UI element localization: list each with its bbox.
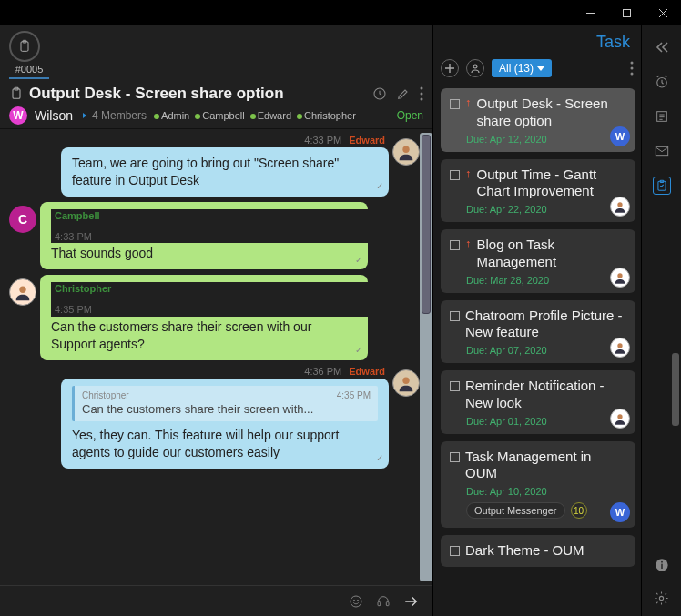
window-titlebar [0, 0, 681, 25]
edit-icon[interactable] [396, 86, 411, 101]
conversation-tab[interactable]: #0005 [9, 31, 49, 79]
delivered-icon: ✓ [355, 254, 362, 267]
history-icon[interactable] [372, 86, 387, 101]
task-title: Output Desk - Screen share option [477, 96, 627, 130]
svg-point-11 [402, 377, 409, 383]
task-checkbox[interactable] [450, 99, 460, 109]
settings-icon[interactable] [653, 589, 671, 607]
message-row: 4:33 PM EdwardTeam, we are going to brin… [5, 135, 423, 197]
add-task-button[interactable] [441, 59, 459, 77]
svg-point-9 [402, 146, 409, 153]
task-card[interactable]: ↑Output Time - Gantt Chart ImprovementDu… [441, 159, 635, 223]
member-chip: Edward [250, 110, 291, 121]
send-icon[interactable] [403, 595, 420, 608]
task-card[interactable]: Dark Theme - OUM [441, 535, 635, 567]
quote-block: Christopher4:35 PMCan the customers shar… [72, 386, 378, 421]
conversation-tab-id: #0005 [9, 64, 49, 79]
task-checkbox[interactable] [450, 452, 460, 462]
svg-point-12 [351, 596, 361, 607]
chat-scrollbar[interactable] [420, 133, 432, 581]
chat-messages[interactable]: 4:33 PM EdwardTeam, we are going to brin… [0, 129, 432, 585]
task-assignee-avatar[interactable] [610, 338, 630, 358]
message-avatar[interactable] [392, 138, 420, 166]
task-card[interactable]: Task Management in OUMDue: Apr 10, 2020O… [441, 441, 635, 529]
message-text: That sounds good [51, 245, 357, 262]
member-chip: Admin [154, 110, 189, 121]
message-avatar[interactable] [392, 369, 420, 397]
message-meta: Christopher 4:35 PM [51, 282, 432, 317]
status-badge[interactable]: Open [397, 109, 423, 122]
task-checkbox[interactable] [450, 240, 460, 250]
message-meta: 4:36 PM Edward [61, 366, 389, 377]
task-assignee-avatar[interactable]: W [610, 502, 630, 522]
task-rail-icon[interactable] [653, 177, 671, 195]
task-card[interactable]: Reminder Notification - New lookDue: Apr… [441, 370, 635, 434]
message-avatar[interactable]: C [9, 206, 36, 233]
task-checkbox[interactable] [450, 381, 460, 391]
message-bubble[interactable]: Campbell 4:33 PMThat sounds good✓ [40, 202, 368, 270]
task-checkbox[interactable] [450, 311, 460, 321]
message-bubble[interactable]: Team, we are going to bring out "Screen … [61, 147, 389, 197]
task-card[interactable]: ↑Blog on Task ManagementDue: Mar 28, 202… [441, 229, 635, 293]
message-meta: 4:33 PM Edward [61, 135, 389, 146]
task-due: Due: Apr 01, 2020 [466, 416, 626, 427]
rail-scrollbar[interactable] [672, 353, 679, 561]
message-bubble[interactable]: Christopher4:35 PMCan the customers shar… [61, 379, 389, 469]
member-chip: Campbell [195, 110, 244, 121]
svg-point-22 [617, 273, 622, 278]
message-bubble[interactable]: Christopher 4:35 PMCan the customers sha… [40, 275, 368, 359]
my-tasks-button[interactable] [466, 59, 484, 77]
task-more-icon[interactable] [630, 61, 634, 76]
svg-point-14 [358, 600, 359, 601]
conversation-header: Output Desk - Screen share option W Wils… [0, 79, 432, 129]
task-card[interactable]: Chatroom Profile Picture - New featureDu… [441, 300, 635, 364]
message-row: Christopher 4:35 PMCan the customers sha… [5, 275, 423, 359]
more-icon[interactable] [420, 86, 423, 101]
creator-name: Wilson [35, 108, 73, 123]
task-assignee-avatar[interactable] [610, 268, 630, 288]
maximize-button[interactable] [608, 0, 645, 25]
svg-point-21 [617, 202, 622, 207]
task-assignee-avatar[interactable] [610, 197, 630, 217]
minimize-button[interactable] [572, 0, 608, 25]
task-count-badge: 10 [571, 502, 587, 519]
member-list: AdminCampbellEdwardChristopher [154, 110, 356, 121]
svg-point-24 [617, 414, 622, 419]
close-button[interactable] [645, 0, 681, 25]
task-card[interactable]: ↑Output Desk - Screen share optionDue: A… [441, 88, 635, 152]
svg-point-13 [354, 600, 355, 601]
task-panel-title: Task [433, 25, 641, 56]
members-count[interactable]: 4 Members [80, 109, 147, 122]
task-checkbox[interactable] [450, 546, 460, 556]
collapse-icon[interactable] [653, 38, 671, 56]
task-checkbox[interactable] [450, 170, 460, 180]
conversation-title: Output Desk - Screen share option [29, 85, 372, 103]
task-title: Chatroom Profile Picture - New feature [465, 308, 626, 342]
notes-icon[interactable] [653, 107, 671, 126]
svg-rect-15 [378, 601, 381, 605]
svg-point-7 [421, 93, 423, 96]
task-title: Output Time - Gantt Chart Improvement [477, 167, 627, 201]
svg-point-18 [631, 62, 634, 65]
svg-point-8 [421, 98, 423, 101]
svg-rect-27 [656, 146, 667, 155]
task-assignee-avatar[interactable]: W [610, 126, 630, 146]
priority-icon: ↑ [465, 237, 472, 249]
priority-icon: ↑ [465, 96, 472, 108]
message-avatar[interactable] [9, 278, 36, 306]
svg-point-33 [659, 596, 663, 600]
message-input-bar [0, 585, 432, 616]
message-row: CCampbell 4:33 PMThat sounds good✓ [5, 202, 423, 270]
alarm-icon[interactable] [653, 73, 671, 91]
task-list[interactable]: ↑Output Desk - Screen share optionDue: A… [433, 81, 641, 616]
mail-icon[interactable] [653, 142, 671, 160]
headset-icon[interactable] [376, 594, 391, 609]
info-icon[interactable] [653, 556, 671, 574]
task-filter-dropdown[interactable]: All (13) [492, 59, 552, 77]
emoji-icon[interactable] [349, 594, 363, 609]
task-assignee-avatar[interactable] [610, 409, 630, 429]
task-tag[interactable]: Output Messenger [466, 502, 565, 519]
priority-icon: ↑ [465, 167, 472, 179]
creator-avatar[interactable]: W [9, 106, 27, 125]
message-text: Team, we are going to bring out "Screen … [72, 155, 378, 189]
